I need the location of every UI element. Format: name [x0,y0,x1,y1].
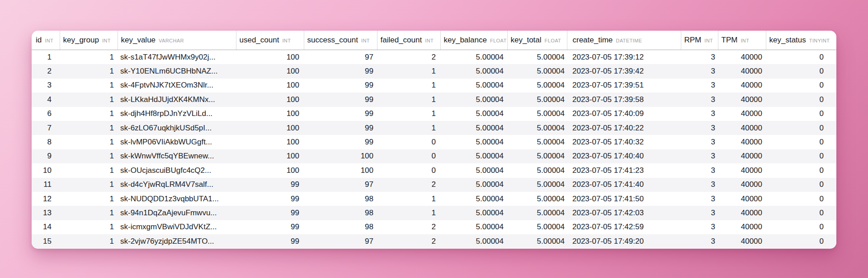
cell-key_value[interactable]: sk-2vjw76yzjdpZE54MTO... [118,234,236,248]
cell-key_group[interactable]: 1 [60,234,118,248]
table-row[interactable]: 91sk-kWnwVffc5qYBEwnew...10010005.000045… [32,149,836,163]
cell-create_time[interactable]: 2023-07-05 17:39:58 [567,93,681,107]
cell-key_group[interactable]: 1 [60,64,118,78]
cell-RPM[interactable]: 3 [681,93,718,107]
cell-success_count[interactable]: 99 [304,64,377,78]
cell-create_time[interactable]: 2023-07-05 17:39:12 [567,50,681,65]
cell-key_total[interactable]: 5.00004 [507,64,567,78]
cell-key_status[interactable]: 0 [766,64,836,78]
cell-used_count[interactable]: 100 [236,149,304,163]
cell-TPM[interactable]: 40000 [718,121,766,135]
cell-key_balance[interactable]: 5.00004 [440,107,507,121]
cell-TPM[interactable]: 40000 [718,163,766,177]
cell-failed_count[interactable]: 1 [377,64,440,78]
cell-create_time[interactable]: 2023-07-05 17:49:20 [567,234,681,248]
cell-used_count[interactable]: 99 [236,206,304,220]
cell-key_balance[interactable]: 5.00004 [440,64,507,78]
cell-failed_count[interactable]: 2 [377,178,440,192]
table-row[interactable]: 71sk-6zLO67uqkhjkUSd5pI...1009915.000045… [32,121,836,135]
cell-key_balance[interactable]: 5.00004 [440,163,507,177]
cell-id[interactable]: 10 [32,163,60,177]
cell-create_time[interactable]: 2023-07-05 17:40:40 [567,149,681,163]
cell-used_count[interactable]: 100 [236,93,304,107]
cell-failed_count[interactable]: 0 [377,149,440,163]
cell-key_status[interactable]: 0 [766,93,836,107]
cell-key_group[interactable]: 1 [60,206,118,220]
cell-RPM[interactable]: 3 [681,192,718,206]
cell-key_value[interactable]: sk-94n1DqZaAjevuFmwvu... [118,206,236,220]
cell-key_value[interactable]: sk-Y10ENLm6UCBHbNAZ... [118,64,236,78]
cell-failed_count[interactable]: 2 [377,220,440,234]
cell-used_count[interactable]: 99 [236,234,304,248]
cell-key_status[interactable]: 0 [766,192,836,206]
table-row[interactable]: 31sk-4FptvNJK7tXEOm3Nlr...1009915.000045… [32,79,836,93]
column-header-id[interactable]: idINT [32,31,60,50]
cell-used_count[interactable]: 99 [236,178,304,192]
cell-used_count[interactable]: 100 [236,107,304,121]
cell-used_count[interactable]: 100 [236,121,304,135]
cell-success_count[interactable]: 99 [304,135,377,149]
column-header-key-total[interactable]: key_totalFLOAT [507,31,567,50]
column-header-success-count[interactable]: success_countINT [304,31,377,50]
column-header-used-count[interactable]: used_countINT [236,31,304,50]
cell-id[interactable]: 15 [32,234,60,248]
cell-key_balance[interactable]: 5.00004 [440,93,507,107]
cell-key_status[interactable]: 0 [766,149,836,163]
table-row[interactable]: 111sk-d4cYjwRqLRM4V7salf...999725.000045… [32,178,836,192]
cell-failed_count[interactable]: 2 [377,234,440,248]
cell-success_count[interactable]: 100 [304,149,377,163]
cell-used_count[interactable]: 100 [236,64,304,78]
cell-key_total[interactable]: 5.00004 [507,93,567,107]
cell-RPM[interactable]: 3 [681,121,718,135]
cell-key_value[interactable]: sk-4FptvNJK7tXEOm3Nlr... [118,79,236,93]
cell-failed_count[interactable]: 0 [377,163,440,177]
cell-id[interactable]: 4 [32,93,60,107]
cell-key_group[interactable]: 1 [60,163,118,177]
cell-TPM[interactable]: 40000 [718,50,766,65]
cell-key_status[interactable]: 0 [766,121,836,135]
cell-key_status[interactable]: 0 [766,178,836,192]
cell-failed_count[interactable]: 1 [377,192,440,206]
cell-key_total[interactable]: 5.00004 [507,121,567,135]
cell-key_balance[interactable]: 5.00004 [440,206,507,220]
cell-failed_count[interactable]: 1 [377,206,440,220]
cell-id[interactable]: 8 [32,135,60,149]
cell-key_status[interactable]: 0 [766,163,836,177]
column-header-create-time[interactable]: create_timeDATETIME [567,31,681,50]
cell-success_count[interactable]: 97 [304,234,377,248]
cell-RPM[interactable]: 3 [681,178,718,192]
cell-RPM[interactable]: 3 [681,149,718,163]
cell-create_time[interactable]: 2023-07-05 17:39:42 [567,64,681,78]
table-row[interactable]: 141sk-icmxgmVBwiVDJdVKtZ...999825.000045… [32,220,836,234]
cell-key_total[interactable]: 5.00004 [507,178,567,192]
cell-key_status[interactable]: 0 [766,79,836,93]
cell-failed_count[interactable]: 1 [377,93,440,107]
cell-failed_count[interactable]: 1 [377,121,440,135]
cell-failed_count[interactable]: 1 [377,79,440,93]
cell-success_count[interactable]: 97 [304,178,377,192]
cell-key_total[interactable]: 5.00004 [507,234,567,248]
cell-key_total[interactable]: 5.00004 [507,135,567,149]
cell-key_value[interactable]: sk-d4cYjwRqLRM4V7salf... [118,178,236,192]
cell-TPM[interactable]: 40000 [718,234,766,248]
table-row[interactable]: 61sk-djh4Hf8rpDJnYzVLiLd...1009915.00004… [32,107,836,121]
cell-id[interactable]: 12 [32,192,60,206]
cell-create_time[interactable]: 2023-07-05 17:42:59 [567,220,681,234]
cell-key_balance[interactable]: 5.00004 [440,234,507,248]
cell-TPM[interactable]: 40000 [718,107,766,121]
cell-key_value[interactable]: sk-kWnwVffc5qYBEwnew... [118,149,236,163]
cell-id[interactable]: 9 [32,149,60,163]
cell-key_balance[interactable]: 5.00004 [440,149,507,163]
cell-key_value[interactable]: sk-djh4Hf8rpDJnYzVLiLd... [118,107,236,121]
cell-key_status[interactable]: 0 [766,206,836,220]
cell-key_total[interactable]: 5.00004 [507,206,567,220]
cell-used_count[interactable]: 99 [236,192,304,206]
cell-id[interactable]: 11 [32,178,60,192]
cell-key_balance[interactable]: 5.00004 [440,135,507,149]
cell-id[interactable]: 7 [32,121,60,135]
cell-key_value[interactable]: sk-NUDQDD1z3vqbbUTA1... [118,192,236,206]
cell-used_count[interactable]: 100 [236,50,304,65]
cell-key_value[interactable]: sk-icmxgmVBwiVDJdVKtZ... [118,220,236,234]
cell-create_time[interactable]: 2023-07-05 17:40:32 [567,135,681,149]
cell-key_value[interactable]: sk-OUcjascuiBUgfc4cQ2... [118,163,236,177]
